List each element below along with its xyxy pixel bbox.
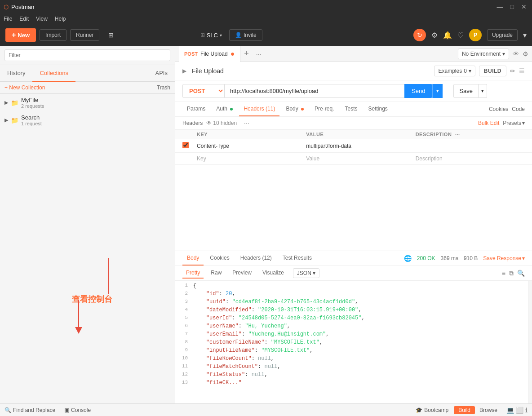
response-tab-test-results[interactable]: Test Results [278, 251, 316, 266]
format-tab-pretty[interactable]: Pretty [182, 268, 204, 279]
new-button[interactable]: + New [5, 28, 36, 42]
sync-button[interactable]: ↻ [413, 29, 426, 41]
minimize-button[interactable]: — [495, 3, 505, 10]
invite-button[interactable]: 👤 Invite [229, 29, 262, 41]
maximize-button[interactable]: □ [509, 3, 516, 10]
close-button[interactable]: ✕ [519, 3, 528, 10]
app-title: Postman [11, 4, 34, 10]
code-link[interactable]: Code [512, 106, 525, 112]
environment-dropdown[interactable]: No Environment ▾ [458, 49, 509, 59]
req-tab-headers[interactable]: Headers (11) [239, 102, 279, 116]
eye-env-icon[interactable]: 👁 [513, 50, 519, 58]
examples-button[interactable]: Examples 0 ▾ [434, 66, 475, 76]
wrap-lines-icon[interactable]: ≡ [502, 270, 505, 277]
cookies-link[interactable]: Cookies [489, 106, 508, 112]
copy-icon[interactable]: ⧉ [509, 270, 514, 277]
response-tab-cookies[interactable]: Cookies [205, 251, 234, 266]
settings-icon[interactable]: ⚙ [431, 31, 438, 40]
heart-icon[interactable]: ♡ [457, 31, 464, 40]
json-format-selector[interactable]: JSON ▾ [293, 268, 319, 278]
send-dropdown-button[interactable]: ▾ [432, 84, 443, 98]
req-tab-prereq[interactable]: Pre-req. [310, 102, 338, 116]
browse-tab-button[interactable]: Browse [476, 406, 501, 414]
examples-label: Examples [438, 68, 462, 74]
req-tab-settings[interactable]: Settings [364, 102, 392, 116]
upgrade-button[interactable]: Upgrade [487, 29, 518, 41]
save-group: Save ▾ [450, 84, 487, 98]
sidebar-tab-history[interactable]: History [0, 65, 32, 82]
sidebar-search-area [0, 46, 175, 65]
menu-file[interactable]: File [4, 16, 12, 22]
header-value-1[interactable]: multipart/form-data [306, 143, 415, 149]
menu-edit[interactable]: Edit [19, 16, 29, 22]
settings-env-icon[interactable]: ⚙ [523, 50, 528, 58]
workspace-button[interactable]: ⊞ SLC ▾ [197, 30, 226, 40]
response-tab-body[interactable]: Body [182, 251, 204, 266]
req-tab-auth[interactable]: Auth [212, 102, 237, 116]
response-tab-headers[interactable]: Headers (12) [236, 251, 276, 266]
sidebar-tab-apis[interactable]: APIs [148, 65, 175, 81]
header-enabled-1[interactable] [182, 142, 189, 148]
trash-button[interactable]: Trash [157, 84, 170, 91]
bell-icon[interactable]: 🔔 [443, 31, 452, 40]
build-tab-button[interactable]: Build [454, 406, 475, 414]
collection-item-myfile[interactable]: ▶ 📁 MyFile 2 requests [0, 94, 175, 111]
add-tab-button[interactable]: + [240, 49, 253, 58]
doc-icon-button[interactable]: ☰ [519, 67, 525, 75]
find-replace-button[interactable]: 🔍 Find and Replace [4, 407, 55, 413]
bootcamp-button[interactable]: 🎓 Bootcamp [416, 407, 448, 413]
format-tab-preview[interactable]: Preview [229, 268, 255, 279]
sidebar-tab-collections[interactable]: Collections [32, 65, 75, 82]
save-response-label: Save Response [483, 255, 521, 261]
more-options-button[interactable]: ··· [244, 119, 249, 127]
save-button[interactable]: Save [453, 84, 479, 98]
edit-icon-button[interactable]: ✏ [510, 67, 515, 75]
req-tab-tests[interactable]: Tests [340, 102, 362, 116]
collapse-arrow-icon[interactable]: ▶ [182, 68, 186, 74]
presets-button[interactable]: Presets ▾ [503, 120, 525, 126]
hidden-headers-badge[interactable]: 👁 10 hidden [206, 120, 237, 126]
header-key-2[interactable]: Key [197, 155, 306, 162]
info-icon[interactable]: ℹ [525, 407, 528, 414]
import-button[interactable]: Import [40, 29, 66, 41]
bulk-edit-button[interactable]: Bulk Edit [478, 120, 499, 126]
format-tab-raw[interactable]: Raw [207, 268, 225, 279]
req-tab-params[interactable]: Params [182, 102, 210, 116]
computer-icon[interactable]: 💻 [506, 407, 514, 414]
response-tabs-bar: Body Cookies Headers (12) Test Results 🌐… [175, 251, 532, 266]
app-logo: ⬡ Postman [4, 4, 34, 10]
filter-input[interactable] [4, 49, 170, 61]
scrollbar[interactable] [528, 281, 532, 403]
save-response-button[interactable]: Save Response ▾ [483, 255, 525, 261]
req-tab-body[interactable]: Body [281, 102, 308, 116]
tab-file-upload[interactable]: POST File Upload ● [179, 46, 240, 62]
menu-view[interactable]: View [36, 16, 48, 22]
url-input[interactable] [225, 84, 404, 98]
header-checkbox-1[interactable] [182, 142, 197, 150]
console-button[interactable]: ▣ Console [64, 407, 91, 413]
save-dropdown-button[interactable]: ▾ [479, 84, 487, 98]
examples-chevron-icon: ▾ [469, 68, 471, 74]
chevron-down-upgrade-icon[interactable]: ▾ [523, 31, 527, 40]
code-line-12: 12 "fileStatus": null, [175, 372, 532, 380]
response-code-area: 1 { 2 "id": 20, 3 "uuid": "cd4eaf81-2ba9… [175, 281, 532, 403]
header-desc-2[interactable]: Description [416, 155, 525, 162]
console-icon: ▣ [64, 407, 69, 413]
workspace-switcher-button[interactable]: ⊞ [103, 29, 119, 41]
format-tab-visualize[interactable]: Visualize [259, 268, 288, 279]
collection-item-search[interactable]: ▶ 📁 Search 1 request [0, 111, 175, 129]
build-button[interactable]: BUILD [479, 66, 506, 76]
profile-avatar[interactable]: P [469, 29, 482, 41]
method-select[interactable]: POST GET PUT DELETE [182, 84, 225, 98]
search-response-icon[interactable]: 🔍 [517, 270, 525, 277]
search-icon: 🔍 [4, 407, 11, 413]
terminal-icon[interactable]: ⬜ [516, 407, 523, 414]
header-value-2[interactable]: Value [306, 155, 415, 162]
runner-button[interactable]: Runner [70, 29, 99, 41]
code-line-10: 10 "fileRowCount": null, [175, 355, 532, 363]
more-tabs-button[interactable]: ··· [253, 50, 265, 58]
menu-help[interactable]: Help [55, 16, 66, 22]
send-button[interactable]: Send [404, 84, 432, 98]
new-collection-button[interactable]: + New Collection [4, 84, 45, 91]
header-key-1[interactable]: Content-Type [197, 143, 306, 149]
